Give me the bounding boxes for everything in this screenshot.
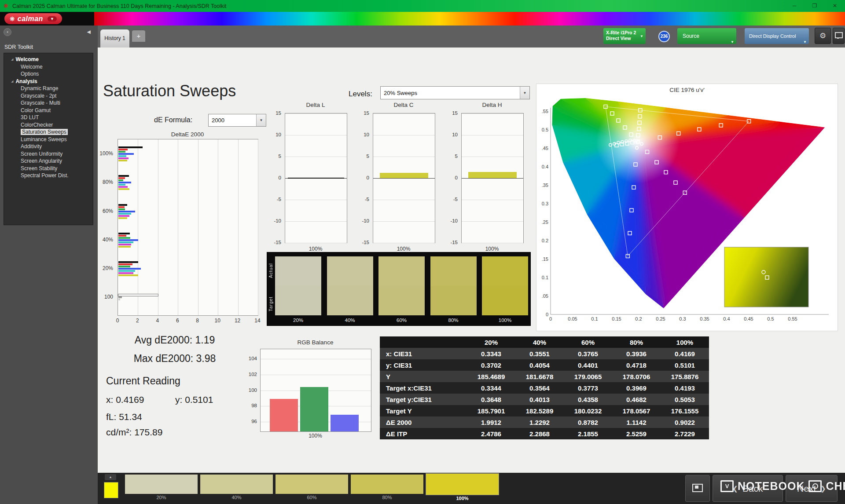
axis-labels: 151050-5-10-15 xyxy=(448,113,459,242)
sidebar-item-label: ColorChecker xyxy=(21,122,53,128)
bar xyxy=(118,188,129,190)
sidebar-item-welcome[interactable]: ◢Welcome xyxy=(4,56,93,63)
swatch-color xyxy=(276,475,348,494)
sidebar-item-analysis[interactable]: ◢Analysis xyxy=(4,78,93,85)
svg-text:0.5: 0.5 xyxy=(542,127,548,132)
swatch-label: 60% xyxy=(378,318,425,323)
pattern-swatch-60%[interactable]: 60% xyxy=(276,475,348,502)
chevron-down-icon: ▼ xyxy=(48,16,57,22)
results-table: 20%40%60%80%100%x: CIE310.33430.35510.37… xyxy=(380,336,709,439)
swatch-color xyxy=(482,256,528,315)
minimize-icon[interactable]: ─ xyxy=(784,0,805,12)
expander-icon[interactable]: ◢ xyxy=(11,58,13,61)
meter-count-badge[interactable]: 236 xyxy=(658,31,670,42)
sidebar-item-screen-stability[interactable]: Screen Stability xyxy=(4,165,93,172)
sidebar-item-label: Grayscale - Multi xyxy=(21,100,60,106)
current-y: y: 0.5101 xyxy=(175,394,213,405)
sidebar-item-3d-lut[interactable]: 3D LUT xyxy=(4,114,93,121)
cell-value: 0.3702 xyxy=(467,359,515,371)
compare-swatch-100%: 100% xyxy=(482,256,528,323)
current-pattern-swatch[interactable] xyxy=(104,482,118,498)
sidebar-item-label: Luminance Sweeps xyxy=(21,136,67,142)
sidebar-item-welcome[interactable]: Welcome xyxy=(4,63,93,71)
sidebar-item-screen-angularity[interactable]: Screen Angularity xyxy=(4,157,93,165)
pattern-window-button[interactable] xyxy=(685,475,710,502)
source-selector[interactable]: Source ▼ xyxy=(677,28,736,44)
bar xyxy=(118,239,138,241)
collapse-sidebar-icon[interactable]: ◀ xyxy=(87,29,91,35)
display-control-label: Direct Display Control xyxy=(749,33,796,39)
gridline xyxy=(285,243,347,243)
cell-value: 1.9912 xyxy=(467,416,515,428)
next-button[interactable]: Next ❯ xyxy=(786,475,838,502)
bar xyxy=(118,263,132,265)
swatch-label: 100% xyxy=(426,495,499,502)
bar xyxy=(118,294,158,296)
sidebar-item-screen-uniformity[interactable]: Screen Uniformity xyxy=(4,150,93,158)
expand-patterns-button[interactable]: ▲ xyxy=(105,474,116,480)
workflow-menu-button[interactable]: • xyxy=(4,28,11,36)
display-control-selector[interactable]: Direct Display Control ▼ xyxy=(745,28,809,44)
expander-icon[interactable]: ◢ xyxy=(11,80,13,83)
sidebar-item-label: Screen Angularity xyxy=(21,158,62,164)
svg-text:0.4: 0.4 xyxy=(542,164,548,169)
next-arrow-icon: ❯ xyxy=(820,485,826,493)
sidebar-item-label: Welcome xyxy=(15,56,38,62)
axis-tick-label: 102 xyxy=(249,372,257,377)
bar xyxy=(118,217,127,219)
back-button[interactable]: ❮ Back xyxy=(713,475,783,502)
svg-text:0.5: 0.5 xyxy=(767,316,774,321)
levels-dropdown[interactable]: 20% Sweeps ▼ xyxy=(380,86,530,99)
levels-value: 20% Sweeps xyxy=(384,87,417,99)
gridline xyxy=(285,135,347,135)
maximize-icon[interactable]: ❐ xyxy=(805,0,825,12)
sidebar-item-additivity[interactable]: Additivity xyxy=(4,143,93,150)
sidebar-item-color-gamut[interactable]: Color Gamut xyxy=(4,107,93,114)
gridline xyxy=(462,157,523,157)
rgb-title: RGB Balance xyxy=(260,339,371,346)
sidebar-item-saturation-sweeps[interactable]: Saturation Sweeps xyxy=(4,128,93,136)
cell-value: 178.0706 xyxy=(612,371,661,382)
svg-text:0.25: 0.25 xyxy=(542,219,548,225)
display-button[interactable] xyxy=(833,28,845,44)
gridline xyxy=(373,135,435,135)
cell-value: 185.4689 xyxy=(467,371,515,382)
sidebar-item-grayscale-2pt[interactable]: Grayscale - 2pt xyxy=(4,92,93,100)
axis-tick-label: 0 xyxy=(367,175,369,180)
bottom-bar: ▲ 20%40%60%80%100% ❮ Back Next ❯ V NOTEB… xyxy=(98,473,845,504)
up-arrow-icon: ▲ xyxy=(109,475,112,478)
de-formula-dropdown[interactable]: 2000 ▼ xyxy=(208,114,266,127)
pattern-swatch-40%[interactable]: 40% xyxy=(200,475,273,502)
calman-menu-button[interactable]: ❋ calman ▼ xyxy=(4,13,62,24)
row-label: ΔE 2000 xyxy=(380,416,467,428)
deltae-plot xyxy=(118,139,258,316)
cell-value: 181.6678 xyxy=(515,371,564,382)
gridline xyxy=(373,113,435,114)
sidebar-item-grayscale-multi[interactable]: Grayscale - Multi xyxy=(4,99,93,107)
bar xyxy=(118,215,129,217)
svg-text:0.15: 0.15 xyxy=(542,256,548,262)
back-label: Back xyxy=(742,483,763,494)
pattern-swatch-80%[interactable]: 80% xyxy=(351,475,423,502)
pattern-swatch-100%[interactable]: 100% xyxy=(426,475,499,502)
bar xyxy=(118,182,131,183)
add-tab-button[interactable]: + xyxy=(132,30,145,42)
sidebar-item-colorchecker[interactable]: ColorChecker xyxy=(4,121,93,129)
axis-tick-label: -5 xyxy=(365,197,369,202)
sidebar-item-options[interactable]: Options xyxy=(4,70,93,78)
bar-group xyxy=(118,294,257,300)
gridline xyxy=(138,139,138,315)
gridline xyxy=(462,243,523,243)
meter-selector[interactable]: X-Rite i1Pro 2 Direct View ▼ xyxy=(603,28,646,44)
sidebar-item-spectral-power-dist-[interactable]: Spectral Power Dist. xyxy=(4,172,93,179)
sidebar-item-luminance-sweeps[interactable]: Luminance Sweeps xyxy=(4,136,93,143)
svg-text:0.3: 0.3 xyxy=(542,201,548,206)
svg-text:0: 0 xyxy=(546,312,548,317)
sidebar-item-dynamic-range[interactable]: Dynamic Range xyxy=(4,85,93,92)
tab-history-1[interactable]: History 1 xyxy=(100,29,129,47)
close-icon[interactable]: ✕ xyxy=(825,0,845,12)
row-label: ΔE ITP xyxy=(380,428,467,439)
pattern-swatch-20%[interactable]: 20% xyxy=(125,475,198,502)
settings-button[interactable]: ⚙ xyxy=(815,28,831,44)
svg-text:0.35: 0.35 xyxy=(542,183,548,188)
